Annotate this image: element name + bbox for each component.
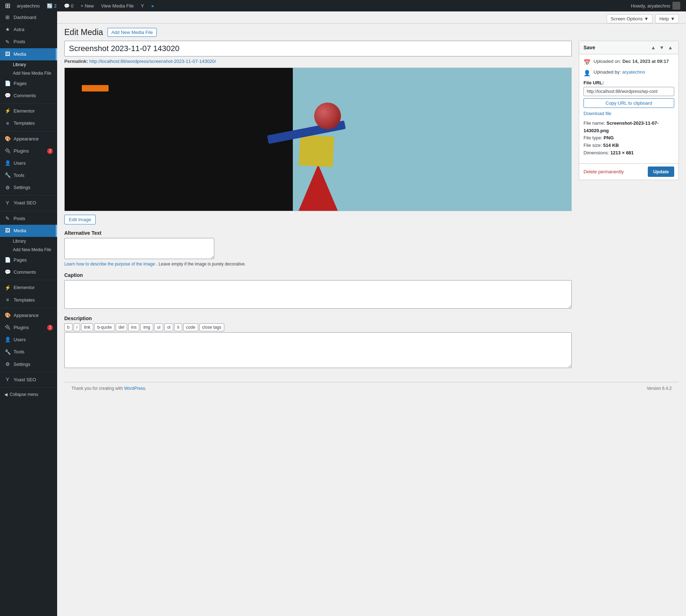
footer-thanks: Thank you for creating with WordPress. [71,386,146,391]
adminbar-new[interactable]: + New [78,0,97,11]
add-new-media-button[interactable]: Add New Media File [107,28,157,37]
sidebar-item-templates-2[interactable]: ≡ Templates [0,294,57,306]
sidebar-item-plugins-2[interactable]: 🔌 Plugins 2 [0,322,57,334]
person-icon: 👤 [584,70,591,76]
sidebar-item-media[interactable]: 🖼 Media [0,48,57,60]
sidebar-submenu-add-new2[interactable]: Add New Media File [0,245,57,254]
adminbar-comments[interactable]: 💬 0 [61,0,76,11]
orange-rect-decoration [82,85,109,91]
screen-options-arrow: ▼ [644,16,649,21]
sidebar-item-posts[interactable]: ✎ Posts [0,36,57,48]
panel-arrow-up[interactable]: ▲ [649,44,657,51]
toolbar-del[interactable]: del [116,323,127,331]
edit-media-content: Permalink: http://localhost:88/wordpress… [64,41,679,375]
sidebar-item-elementor-2[interactable]: ⚡ Elementor [0,282,57,294]
edit-image-button[interactable]: Edit Image [64,215,96,224]
sidebar-item-settings-2[interactable]: ⚙ Settings [0,358,57,371]
help-button[interactable]: Help ▼ [655,14,679,23]
adminbar-dot[interactable]: ● [148,0,157,11]
page-wrap: Edit Media Add New Media File Permalink:… [57,24,686,402]
sidebar-item-settings[interactable]: ⚙ Settings [0,182,57,194]
adminbar-site-name[interactable]: aryatechno [14,0,42,11]
toolbar-code[interactable]: code [183,323,198,331]
caption-input[interactable] [64,280,572,309]
help-arrow: ▼ [670,16,675,21]
toolbar-b-quote[interactable]: b-quote [94,323,115,331]
red-sphere [314,103,341,129]
sidebar-submenu-library2[interactable]: Library [0,237,57,245]
sidebar-item-media-2[interactable]: 🖼 Media [0,225,57,237]
sidebar-item-users[interactable]: 👤 Users [0,157,57,169]
posts-icon: ✎ [4,39,11,45]
sidebar-item-yoast[interactable]: Y Yoast SEO [0,197,57,209]
sidebar-item-plugins[interactable]: 🔌 Plugins 2 [0,145,57,157]
comments-icon: 💬 [64,3,70,9]
media2-icon: 🖼 [4,228,11,234]
permalink-link[interactable]: http://localhost:88/wordpress/screenshot… [89,59,216,64]
sidebar-item-users-2[interactable]: 👤 Users [0,334,57,346]
save-panel-title: Save [584,45,595,50]
sidebar-item-yoast-2[interactable]: Y Yoast SEO [0,374,57,386]
uploaded-by-link[interactable]: aryatechno [622,69,645,75]
sidebar-item-astra[interactable]: ★ Astra [0,24,57,36]
update-button[interactable]: Update [648,167,674,177]
sidebar-item-appearance-2[interactable]: 🎨 Appearance [0,309,57,322]
wp-logo-icon[interactable]: ⊞ [3,2,12,10]
sidebar-item-templates[interactable]: ≡ Templates [0,117,57,129]
media-image-container [64,68,572,211]
edit-media-sidebar: Save ▲ ▼ ▲ 📅 U [579,41,679,180]
adminbar-howdy[interactable]: Howdy, aryatechno [628,2,683,10]
sidebar-item-pages[interactable]: 📄 Pages [0,78,57,90]
page-title: Edit Media [64,27,103,38]
file-url-input[interactable] [584,87,674,96]
media-title-input[interactable] [64,41,572,56]
cone [299,164,338,211]
sidebar-submenu-library[interactable]: Library [0,60,57,69]
edit-media-main: Permalink: http://localhost:88/wordpress… [64,41,572,375]
download-file-link[interactable]: Download file [584,111,674,116]
wordpress-link[interactable]: WordPress [124,386,145,391]
adminbar-updates[interactable]: 🔄 2 [44,0,59,11]
toolbar-li[interactable]: li [174,323,182,331]
footer-version: Version 6.4.2 [647,386,672,391]
sidebar-item-pages-2[interactable]: 📄 Pages [0,254,57,266]
sidebar-item-elementor[interactable]: ⚡ Elementor [0,105,57,117]
description-input[interactable] [64,332,572,368]
toolbar-img[interactable]: img [140,323,153,331]
sidebar-submenu-add-new[interactable]: Add New Media File [0,69,57,78]
plugins-badge: 2 [47,148,53,154]
sidebar-item-appearance[interactable]: 🎨 Appearance [0,133,57,145]
adminbar-yoast-icon[interactable]: Y [138,0,147,11]
plugins-icon: 🔌 [4,148,11,154]
elementor-icon: ⚡ [4,108,11,114]
sidebar-item-tools-2[interactable]: 🔧 Tools [0,346,57,358]
toolbar-ul[interactable]: ul [154,323,163,331]
delete-permanently-link[interactable]: Delete permanently [584,169,624,174]
alt-text-input[interactable] [64,238,214,259]
toolbar-b[interactable]: b [64,323,72,331]
sidebar-item-dashboard[interactable]: ⊞ Dashboard [0,11,57,24]
toolbar-ol[interactable]: ol [164,323,173,331]
toolbar-i[interactable]: i [74,323,80,331]
collapse-icon: ◀ [4,392,7,397]
adminbar-view-media[interactable]: View Media File [98,0,137,11]
file-url-label: File URL: [584,80,674,85]
screen-options-button[interactable]: Screen Options ▼ [607,14,652,23]
settings2-icon: ⚙ [4,361,11,368]
panel-arrow-down[interactable]: ▼ [658,44,666,51]
dashboard-icon: ⊞ [4,14,11,21]
toolbar-link[interactable]: link [81,323,93,331]
sidebar-item-comments[interactable]: 💬 Comments [0,90,57,102]
copy-url-button[interactable]: Copy URL to clipboard [584,98,674,108]
alt-text-help-link[interactable]: Learn how to describe the purpose of the… [64,262,155,267]
sidebar-item-tools[interactable]: 🔧 Tools [0,169,57,182]
toolbar-close-tags[interactable]: close tags [199,323,224,331]
templates2-icon: ≡ [4,297,11,303]
plugins2-icon: 🔌 [4,324,11,331]
panel-arrow-collapse[interactable]: ▲ [666,44,674,51]
sidebar-item-posts-2[interactable]: ✎ Posts [0,213,57,225]
collapse-menu[interactable]: ◀ Collapse menu [0,389,57,400]
file-size-row: File size: 514 KB [584,142,674,149]
sidebar-item-comments-2[interactable]: 💬 Comments [0,266,57,278]
toolbar-ins[interactable]: ins [128,323,139,331]
